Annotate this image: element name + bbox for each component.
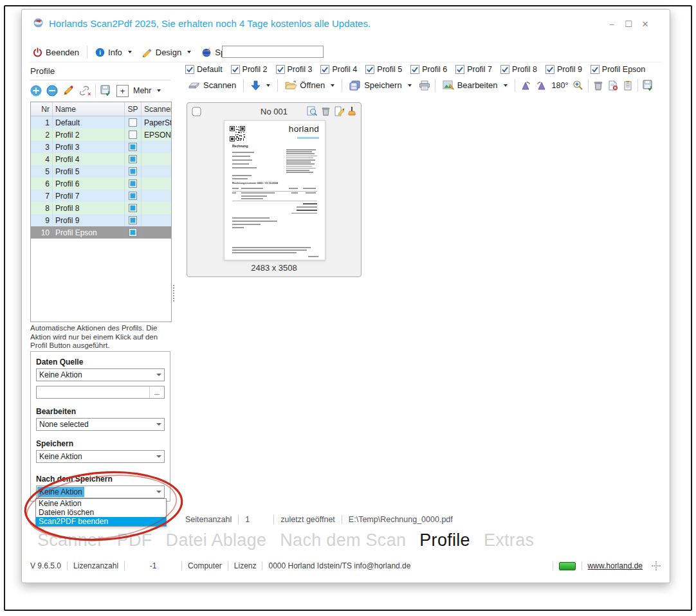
checkbox-checked-icon[interactable]: [591, 65, 600, 74]
maximize-button[interactable]: ☐: [623, 20, 634, 29]
profile-table-body: 1DefaultPaperStream2Profil 2EPSON Perf3P…: [31, 116, 171, 239]
sp-checkbox[interactable]: [125, 141, 142, 153]
sp-checkbox[interactable]: [125, 153, 142, 165]
table-row[interactable]: 5Profil 5: [31, 165, 171, 177]
mehr-menu-button[interactable]: Mehr: [133, 86, 161, 95]
unlink-scanner-icon[interactable]: ✕: [78, 85, 91, 96]
bearbeiten-button[interactable]: Bearbeiten: [440, 79, 510, 92]
tab-extras[interactable]: Extras: [484, 530, 534, 550]
website-link[interactable]: www.horland.de: [588, 561, 643, 570]
close-button[interactable]: ✕: [640, 20, 650, 29]
daten-quelle-combobox[interactable]: Keine Aktion: [36, 368, 165, 381]
tab-datei-ablage[interactable]: Datei Ablage: [166, 530, 267, 550]
profile-button-profil-3[interactable]: Profil 3: [276, 65, 313, 74]
profile-button-profil-5[interactable]: Profil 5: [365, 65, 402, 74]
tab-profile[interactable]: Profile: [419, 530, 470, 550]
table-row[interactable]: 7Profil 7: [31, 190, 171, 202]
sp-checkbox[interactable]: [125, 129, 142, 141]
table-row[interactable]: 4Profil 4: [31, 153, 171, 165]
edit-pencil-icon[interactable]: [62, 85, 74, 96]
delete-page-icon[interactable]: [608, 80, 618, 91]
dropdown-option[interactable]: Dateien löschen: [36, 508, 166, 517]
scannen-button[interactable]: Scannen: [185, 79, 239, 91]
profile-button-profil-2[interactable]: Profil 2: [231, 65, 268, 74]
profile-button-profil-7[interactable]: Profil 7: [455, 65, 492, 74]
rotate-left-icon[interactable]: [520, 80, 531, 91]
profile-button-profil-9[interactable]: Profil 9: [545, 65, 582, 74]
info-menu-button[interactable]: i Info: [93, 46, 134, 59]
dropdown-option[interactable]: Keine Aktion: [36, 499, 166, 508]
profile-button-profil-6[interactable]: Profil 6: [410, 65, 447, 74]
table-row[interactable]: 10Profil Epson: [31, 226, 171, 239]
save-file-icon[interactable]: [643, 80, 654, 91]
chevron-down-icon: [187, 51, 191, 53]
dropdown-option[interactable]: Scan2PDF beenden: [36, 517, 166, 526]
scanned-page-thumbnail[interactable]: horland Rechnung Rechnungsnummer 0000 / …: [224, 120, 325, 260]
save-profile-icon[interactable]: [100, 85, 112, 96]
sp-checkbox[interactable]: [125, 190, 142, 202]
minimize-button[interactable]: –: [607, 20, 617, 29]
checkbox-checked-icon[interactable]: [231, 65, 240, 74]
nach-dem-speichern-combobox[interactable]: Keine Aktion: [36, 485, 165, 498]
sp-checkbox[interactable]: [125, 214, 142, 226]
tab-nach-dem-scan[interactable]: Nach dem Scan: [280, 530, 406, 550]
profile-button-profil-8[interactable]: Profil 8: [500, 65, 537, 74]
bottom-tab-bar: ScannerPDFDatei AblageNach dem ScanProfi…: [37, 530, 534, 550]
checkbox-checked-icon[interactable]: [545, 65, 554, 74]
sp-checkbox[interactable]: [125, 177, 142, 190]
table-row[interactable]: 3Profil 3: [31, 141, 171, 153]
preview-delete-icon[interactable]: [321, 106, 331, 116]
speichern-button[interactable]: Speichern: [347, 79, 414, 92]
browse-button[interactable]: ...: [149, 386, 164, 398]
preview-zoom-icon[interactable]: [307, 106, 318, 116]
page-select-checkbox[interactable]: [192, 107, 201, 116]
checkbox-checked-icon[interactable]: [276, 65, 285, 74]
table-row[interactable]: 8Profil 8: [31, 202, 171, 214]
profile-button-profil-4[interactable]: Profil 4: [320, 65, 357, 74]
paste-pages-icon[interactable]: [623, 80, 633, 91]
rotate-180-button[interactable]: 180°: [552, 81, 569, 90]
table-row[interactable]: 6Profil 6: [31, 177, 171, 190]
profile-button-default[interactable]: Default: [185, 65, 223, 74]
checkbox-checked-icon[interactable]: [500, 65, 509, 74]
sp-checkbox[interactable]: [125, 202, 142, 214]
resize-grip-icon[interactable]: [651, 561, 661, 571]
profile-table: Nr Name SP Scanner 1DefaultPaperStream2P…: [30, 102, 172, 322]
checkbox-checked-icon[interactable]: [455, 65, 464, 74]
checkbox-checked-icon[interactable]: [185, 65, 194, 74]
column-header-nr[interactable]: Nr: [31, 102, 53, 116]
add-profile-button[interactable]: [30, 85, 42, 96]
table-row[interactable]: 1DefaultPaperStream: [31, 116, 171, 129]
tab-pdf[interactable]: PDF: [117, 530, 152, 550]
preview-clean-icon[interactable]: [347, 106, 356, 116]
sp-checkbox[interactable]: [125, 226, 142, 239]
checkbox-checked-icon[interactable]: [410, 65, 419, 74]
preview-edit-icon[interactable]: [334, 106, 344, 116]
table-row[interactable]: 2Profil 2EPSON Perf: [31, 129, 171, 141]
column-header-sp[interactable]: SP: [125, 102, 142, 116]
oeffnen-button[interactable]: Öffnen: [282, 79, 337, 91]
speichern-combobox[interactable]: Keine Aktion: [36, 450, 165, 463]
checkbox-checked-icon[interactable]: [365, 65, 374, 74]
path-input[interactable]: [37, 386, 149, 398]
profile-button-profil-epson[interactable]: Profil Epson: [591, 65, 645, 74]
splitter-grip[interactable]: [172, 285, 175, 303]
checkbox-checked-icon[interactable]: [320, 65, 329, 74]
import-arrow-button[interactable]: [248, 79, 273, 92]
column-header-scanner[interactable]: Scanner: [142, 102, 171, 116]
add-box-button[interactable]: +: [116, 85, 129, 97]
sp-checkbox[interactable]: [125, 165, 142, 177]
table-row[interactable]: 9Profil 9: [31, 214, 171, 226]
remove-profile-button[interactable]: [46, 85, 58, 96]
print-icon[interactable]: [419, 80, 430, 91]
design-menu-button[interactable]: Design: [140, 46, 194, 59]
zoom-icon[interactable]: [572, 80, 583, 91]
bearbeiten-combobox[interactable]: None selected: [36, 418, 165, 431]
delete-trash-icon[interactable]: [593, 80, 603, 91]
beenden-button[interactable]: Beenden: [30, 46, 82, 59]
column-header-name[interactable]: Name: [53, 102, 125, 116]
tab-scanner[interactable]: Scanner: [37, 530, 104, 550]
rotate-right-icon[interactable]: [536, 80, 547, 91]
sp-checkbox[interactable]: [125, 116, 142, 129]
toolbar-text-input[interactable]: [222, 46, 324, 58]
